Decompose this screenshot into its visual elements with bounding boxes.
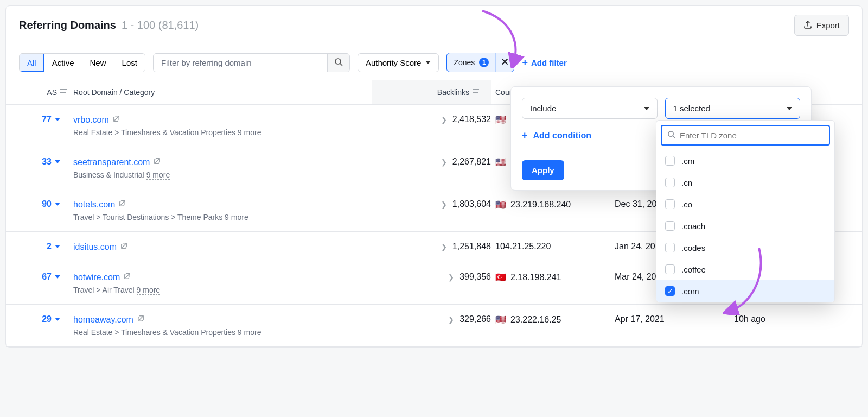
chevron-right-icon[interactable]: ❯ — [441, 243, 447, 251]
search-input[interactable] — [154, 54, 327, 72]
tld-selected-select[interactable]: 1 selected — [665, 98, 801, 119]
col-backlinks[interactable]: Backlinks — [372, 80, 491, 104]
tld-option[interactable]: .codes — [656, 237, 834, 258]
tld-label: .cn — [681, 178, 692, 187]
add-filter-label: Add filter — [531, 58, 567, 67]
selected-label: 1 selected — [673, 104, 710, 113]
chevron-down-icon — [55, 203, 60, 206]
category-text: Travel > Air Travel 9 more — [73, 286, 372, 294]
authority-score-label: Authority Score — [366, 58, 422, 67]
checkbox: ✓ — [665, 286, 675, 296]
last-seen: 10h ago — [730, 314, 838, 324]
flag-icon: 🇺🇸 — [495, 115, 506, 125]
as-cell[interactable]: 90 — [14, 199, 68, 209]
domain-link[interactable]: idsitus.com — [73, 242, 128, 252]
more-link[interactable]: 9 more — [137, 286, 161, 295]
tld-option[interactable]: .coach — [656, 215, 834, 237]
external-link-icon — [153, 157, 161, 167]
tld-search-input[interactable] — [680, 131, 824, 140]
add-condition-label: Add condition — [533, 131, 592, 141]
col-root-domain[interactable]: Root Domain / Category — [68, 88, 372, 97]
domain-link[interactable]: hotwire.com — [73, 272, 131, 282]
tab-all[interactable]: All — [20, 54, 44, 72]
chevron-right-icon[interactable]: ❯ — [441, 200, 447, 208]
category-text: Business & Industrial 9 more — [73, 170, 372, 179]
result-count: 1 - 100 (81,611) — [122, 19, 199, 31]
chevron-right-icon[interactable]: ❯ — [448, 315, 454, 324]
external-link-icon — [112, 115, 120, 125]
flag-icon: 🇺🇸 — [495, 199, 506, 210]
domain-link[interactable]: seetransparent.com — [73, 157, 161, 167]
domain-link[interactable]: vrbo.com — [73, 115, 120, 125]
col-as[interactable]: AS — [14, 88, 68, 97]
flag-icon: 🇹🇷 — [495, 272, 506, 282]
ip-text: 23.222.16.25 — [510, 315, 561, 325]
tld-label: .codes — [681, 243, 705, 252]
export-label: Export — [816, 21, 840, 30]
flag-icon: 🇺🇸 — [495, 314, 506, 325]
as-cell[interactable]: 77 — [14, 115, 68, 124]
as-cell[interactable]: 33 — [14, 157, 68, 167]
tld-dropdown: .cm.cn.co.coach.codes.coffee✓.com — [656, 120, 835, 302]
chevron-down-icon — [55, 160, 60, 163]
backlinks-value: 1,251,848 — [452, 242, 491, 251]
zones-filter[interactable]: Zones 1 — [447, 53, 495, 72]
first-seen: Apr 17, 2021 — [610, 314, 730, 324]
more-link[interactable]: 9 more — [238, 128, 261, 137]
ip-text: 23.219.168.240 — [510, 200, 571, 210]
domain-link[interactable]: homeaway.com — [73, 314, 145, 325]
backlinks-value: 399,356 — [459, 272, 491, 282]
as-cell[interactable]: 2 — [14, 242, 68, 251]
flag-icon: 🇺🇸 — [495, 157, 506, 167]
search-button[interactable] — [327, 54, 349, 72]
tld-label: .coach — [681, 222, 705, 231]
chevron-right-icon[interactable]: ❯ — [441, 158, 447, 166]
add-condition-button[interactable]: + Add condition — [522, 130, 591, 141]
sort-icon — [60, 89, 68, 96]
ip-text: 2.18.198.241 — [510, 273, 561, 282]
as-cell[interactable]: 67 — [14, 272, 68, 282]
chevron-down-icon — [55, 318, 60, 321]
backlinks-value: 2,418,532 — [452, 115, 491, 124]
tld-option[interactable]: .cn — [656, 172, 834, 193]
external-link-icon — [118, 199, 126, 210]
backlinks-value: 2,267,821 — [452, 157, 491, 167]
sort-icon — [473, 89, 480, 96]
tab-active[interactable]: Active — [44, 54, 82, 72]
plus-icon: + — [522, 57, 528, 68]
more-link[interactable]: 9 more — [146, 170, 170, 180]
checkbox — [665, 264, 675, 274]
checkbox — [665, 199, 675, 209]
external-link-icon — [137, 314, 145, 325]
add-filter-button[interactable]: + Add filter — [522, 57, 566, 68]
external-link-icon — [123, 272, 131, 282]
include-select[interactable]: Include — [522, 98, 658, 119]
chevron-right-icon[interactable]: ❯ — [448, 273, 454, 281]
tab-new[interactable]: New — [82, 54, 114, 72]
chevron-down-icon — [55, 275, 60, 279]
apply-button[interactable]: Apply — [522, 160, 564, 180]
tld-label: .coffee — [681, 265, 706, 274]
more-link[interactable]: 9 more — [225, 213, 248, 222]
tld-label: .com — [681, 287, 699, 296]
tld-label: .co — [681, 200, 692, 209]
zones-label: Zones — [454, 58, 475, 67]
upload-icon — [803, 20, 812, 30]
zones-clear-button[interactable] — [495, 53, 514, 72]
tld-option[interactable]: ✓.com — [656, 280, 834, 302]
tld-option[interactable]: .cm — [656, 150, 834, 172]
domain-link[interactable]: hotels.com — [73, 199, 126, 210]
status-tabs: All Active New Lost — [19, 53, 145, 72]
tab-lost[interactable]: Lost — [114, 54, 145, 72]
chevron-right-icon[interactable]: ❯ — [441, 116, 447, 124]
tld-search-wrap — [661, 125, 830, 146]
tld-option[interactable]: .co — [656, 193, 834, 215]
export-button[interactable]: Export — [794, 15, 849, 36]
external-link-icon — [120, 242, 128, 252]
table-row: 29 homeaway.com Real Estate > Timeshares… — [6, 305, 862, 347]
category-text: Travel > Tourist Destinations > Theme Pa… — [73, 213, 372, 222]
more-link[interactable]: 9 more — [238, 328, 261, 337]
as-cell[interactable]: 29 — [14, 314, 68, 324]
authority-score-dropdown[interactable]: Authority Score — [358, 53, 439, 72]
tld-option[interactable]: .coffee — [656, 258, 834, 280]
